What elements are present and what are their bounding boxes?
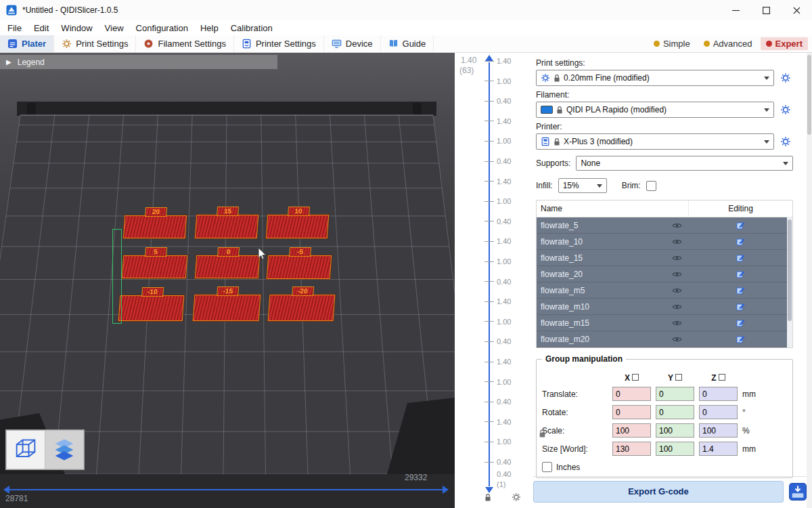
slider-left-arrow-icon[interactable] [3, 486, 9, 494]
print-settings-gear-button[interactable] [778, 72, 793, 83]
print-object[interactable]: 5 [122, 255, 187, 278]
slider-settings-gear-icon[interactable] [512, 492, 521, 502]
close-button[interactable] [782, 0, 812, 20]
object-row[interactable]: flowrate_m15 [537, 315, 792, 331]
eye-icon[interactable] [665, 238, 688, 245]
printer-combo[interactable]: X-Plus 3 (modified) [536, 133, 774, 150]
tab-printer-settings[interactable]: Printer Settings [234, 35, 324, 52]
infill-combo[interactable]: 15% [558, 178, 607, 193]
sidebar-scrollbar[interactable] [807, 53, 812, 508]
tab-plater[interactable]: Plater [0, 35, 54, 52]
menu-item-edit[interactable]: Edit [28, 23, 55, 33]
edit-icon[interactable] [688, 270, 792, 278]
menu-item-window[interactable]: Window [55, 23, 98, 33]
menu-item-configuration[interactable]: Configuration [130, 23, 194, 33]
manip-scale-x-input[interactable] [612, 423, 651, 438]
print-object[interactable]: 10 [266, 215, 329, 238]
mode-advanced[interactable]: Advanced [698, 37, 758, 50]
slider-lock-icon[interactable] [484, 493, 491, 502]
object-list-scrollbar[interactable] [787, 217, 792, 347]
layer-tick: 0.40 [484, 218, 511, 225]
manip-translate-y-input[interactable] [656, 387, 694, 401]
print-object[interactable]: 15 [195, 215, 258, 238]
manip-size-world-z-input[interactable] [699, 442, 738, 456]
edit-icon[interactable] [688, 237, 792, 246]
manip-row-size-world: Size [World]: mm [542, 442, 787, 456]
object-row[interactable]: flowrate_15 [537, 250, 792, 266]
manip-translate-x-input[interactable] [612, 387, 651, 401]
slider-right-arrow-icon[interactable] [443, 486, 449, 494]
tab-device[interactable]: Device [324, 35, 381, 52]
edit-icon[interactable] [688, 335, 792, 343]
layers-view-button[interactable] [45, 431, 83, 469]
edit-icon[interactable] [688, 286, 792, 295]
edit-icon[interactable] [688, 302, 792, 311]
brim-checkbox[interactable] [646, 181, 656, 191]
object-row[interactable]: flowrate_m20 [537, 331, 792, 347]
eye-icon[interactable] [665, 271, 688, 278]
tab-print-settings[interactable]: Print Settings [54, 35, 136, 52]
edit-icon[interactable] [688, 318, 792, 327]
inches-checkbox[interactable] [542, 462, 552, 472]
object-row[interactable]: flowrate_20 [537, 266, 792, 282]
print-object[interactable]: -15 [193, 295, 261, 321]
edit-icon[interactable] [688, 221, 792, 230]
tab-bar: PlaterPrint SettingsFilament SettingsPri… [0, 35, 812, 53]
maximize-button[interactable] [751, 0, 782, 20]
window-title: *Untitled - QIDISlicer-1.0.5 [22, 5, 118, 15]
object-row[interactable]: flowrate_5 [537, 217, 792, 234]
print-object[interactable]: -20 [268, 295, 336, 321]
layer-slider-down-arrow-icon[interactable] [485, 487, 493, 493]
layer-tick: 1.40 [484, 58, 511, 64]
manip-rotate-x-input[interactable] [612, 405, 651, 419]
viewport-3d[interactable]: 20151050-5-10-15-20 ▶ Legend 29332 28781 [0, 53, 455, 508]
object-label: -15 [217, 287, 239, 296]
eye-icon[interactable] [665, 303, 688, 310]
eye-icon[interactable] [665, 287, 688, 294]
printer-gear-button[interactable] [778, 136, 793, 147]
object-row[interactable]: flowrate_m10 [537, 299, 792, 315]
legend-bar[interactable]: ▶ Legend [0, 55, 277, 69]
layer-slider[interactable]: 1.40 (63) 1.401.000.401.401.000.401.401.… [455, 53, 531, 508]
menu-item-help[interactable]: Help [194, 23, 225, 33]
eye-icon[interactable] [665, 336, 688, 343]
tab-guide[interactable]: Guide [381, 35, 434, 52]
send-to-printer-button[interactable] [789, 483, 807, 501]
mode-simple[interactable]: Simple [648, 37, 696, 50]
supports-combo[interactable]: None [576, 156, 793, 171]
layer-tick: 1.40 [484, 178, 511, 185]
manip-scale-z-input[interactable] [699, 423, 738, 438]
object-label: -20 [292, 287, 314, 296]
export-gcode-button[interactable]: Export G-code [533, 481, 784, 503]
tab-filament-settings[interactable]: Filament Settings [136, 35, 233, 52]
edit-icon[interactable] [688, 253, 792, 262]
print-object[interactable]: -5 [267, 255, 332, 279]
filament-combo[interactable]: QIDI PLA Rapido (modified) [536, 102, 774, 118]
manip-size-world-y-input[interactable] [656, 442, 694, 456]
menu-item-file[interactable]: File [1, 23, 28, 33]
filament-gear-button[interactable] [778, 104, 793, 115]
minimize-button[interactable] [721, 0, 751, 20]
eye-icon[interactable] [665, 320, 688, 326]
print-object[interactable]: 20 [123, 215, 187, 238]
manip-scale-y-input[interactable] [656, 423, 694, 438]
manip-size-world-x-input[interactable] [612, 442, 651, 456]
uniform-scale-lock-icon[interactable] [539, 429, 546, 438]
menu-item-calibration[interactable]: Calibration [225, 23, 279, 33]
mode-expert[interactable]: Expert [761, 37, 808, 50]
print-object[interactable]: -10 [118, 295, 185, 321]
manip-rotate-y-input[interactable] [656, 405, 694, 419]
eye-icon[interactable] [665, 255, 688, 261]
menu-item-view[interactable]: View [99, 23, 130, 33]
horizontal-slider[interactable] [9, 489, 443, 490]
view-3d-button[interactable] [7, 431, 45, 469]
object-row[interactable]: flowrate_10 [537, 234, 792, 250]
filament-value: QIDI PLA Rapido (modified) [566, 105, 667, 114]
object-row[interactable]: flowrate_m5 [537, 282, 792, 299]
object-name: flowrate_m10 [537, 302, 665, 312]
eye-icon[interactable] [665, 222, 688, 229]
manip-translate-z-input[interactable] [699, 387, 738, 401]
print-settings-combo[interactable]: 0.20mm Fine (modified) [536, 70, 774, 86]
print-object[interactable]: 0 [195, 255, 260, 278]
manip-rotate-z-input[interactable] [699, 405, 738, 419]
